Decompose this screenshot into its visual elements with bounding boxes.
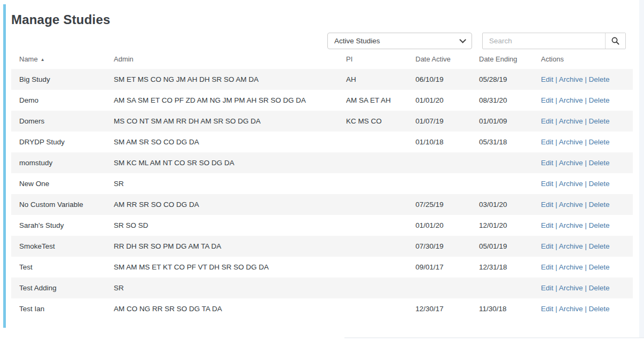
column-header-name[interactable]: Name▲ <box>19 55 114 63</box>
action-separator: | <box>553 180 559 188</box>
study-admins: SM AM SR SO CO DG DA <box>114 138 346 146</box>
action-separator: | <box>583 180 589 188</box>
delete-link[interactable]: Delete <box>589 75 610 83</box>
row-actions: Edit | Archive | Delete <box>541 305 633 313</box>
study-name: Test Adding <box>19 284 114 292</box>
column-header-date-ending[interactable]: Date Ending <box>479 55 541 63</box>
archive-link[interactable]: Archive <box>559 305 583 313</box>
edit-link[interactable]: Edit <box>541 75 553 83</box>
delete-link[interactable]: Delete <box>589 263 610 271</box>
column-header-date-active[interactable]: Date Active <box>415 55 479 63</box>
study-filter-value: Active Studies <box>334 37 459 45</box>
edit-link[interactable]: Edit <box>541 180 553 188</box>
archive-link[interactable]: Archive <box>559 96 583 104</box>
study-date-active: 07/25/19 <box>415 201 479 209</box>
archive-link[interactable]: Archive <box>559 284 583 292</box>
search-group <box>482 33 626 49</box>
left-accent-bar <box>3 4 6 328</box>
table-row: Domers MS CO NT SM AM RR DH AM SR SO DG … <box>11 111 633 132</box>
table-row: DRYDP Study SM AM SR SO CO DG DA 01/10/1… <box>11 132 633 152</box>
row-actions: Edit | Archive | Delete <box>541 180 633 188</box>
archive-link[interactable]: Archive <box>559 138 583 146</box>
delete-link[interactable]: Delete <box>589 159 610 167</box>
search-input[interactable] <box>483 33 605 49</box>
edit-link[interactable]: Edit <box>541 96 553 104</box>
study-admins: SR SO SD <box>114 221 346 229</box>
study-admins: AM SA SM ET CO PF ZD AM NG JM PM AH SR S… <box>114 96 346 104</box>
edit-link[interactable]: Edit <box>541 221 553 229</box>
edit-link[interactable]: Edit <box>541 117 553 125</box>
scrollbar-track[interactable] <box>639 0 644 339</box>
study-name: SmokeTest <box>19 242 114 250</box>
row-actions: Edit | Archive | Delete <box>541 221 633 229</box>
row-actions: Edit | Archive | Delete <box>541 117 633 125</box>
action-separator: | <box>553 263 559 271</box>
action-separator: | <box>583 305 589 313</box>
archive-link[interactable]: Archive <box>559 242 583 250</box>
row-actions: Edit | Archive | Delete <box>541 242 633 250</box>
delete-link[interactable]: Delete <box>589 242 610 250</box>
archive-link[interactable]: Archive <box>559 263 583 271</box>
action-separator: | <box>553 284 559 292</box>
delete-link[interactable]: Delete <box>589 117 610 125</box>
action-separator: | <box>553 75 559 83</box>
study-admins: MS CO NT SM AM RR DH AM SR SO DG DA <box>114 117 346 125</box>
action-separator: | <box>553 96 559 104</box>
study-name: Domers <box>19 117 114 125</box>
study-filter-dropdown[interactable]: Active Studies <box>327 33 472 49</box>
study-pi: KC MS CO <box>346 117 415 125</box>
archive-link[interactable]: Archive <box>559 201 583 209</box>
edit-link[interactable]: Edit <box>541 201 553 209</box>
table-row: No Custom Variable AM RR SR SO CO DG DA … <box>11 194 633 215</box>
action-separator: | <box>553 305 559 313</box>
edit-link[interactable]: Edit <box>541 263 553 271</box>
study-date-active: 06/10/19 <box>415 75 479 83</box>
study-name: Test Ian <box>19 305 114 313</box>
column-header-admin[interactable]: Admin <box>114 55 346 63</box>
archive-link[interactable]: Archive <box>559 221 583 229</box>
table-row: Sarah's Study SR SO SD 01/01/20 12/01/20… <box>11 215 633 236</box>
column-header-pi[interactable]: PI <box>346 55 415 63</box>
edit-link[interactable]: Edit <box>541 159 553 167</box>
archive-link[interactable]: Archive <box>559 117 583 125</box>
study-date-active: 07/30/19 <box>415 242 479 250</box>
study-date-active: 01/10/18 <box>415 138 479 146</box>
action-separator: | <box>553 221 559 229</box>
edit-link[interactable]: Edit <box>541 138 553 146</box>
edit-link[interactable]: Edit <box>541 242 553 250</box>
action-separator: | <box>583 263 589 271</box>
study-date-active: 01/01/20 <box>415 96 479 104</box>
study-date-ending: 01/01/09 <box>479 117 541 125</box>
edit-link[interactable]: Edit <box>541 284 553 292</box>
study-admins: SR <box>114 284 346 292</box>
action-separator: | <box>553 138 559 146</box>
row-actions: Edit | Archive | Delete <box>541 159 633 167</box>
study-date-ending: 05/01/19 <box>479 242 541 250</box>
study-date-active: 01/07/19 <box>415 117 479 125</box>
study-admins: SM ET MS CO NG JM AH DH SR SO AM DA <box>114 75 346 83</box>
table-row: Demo AM SA SM ET CO PF ZD AM NG JM PM AH… <box>11 90 633 111</box>
delete-link[interactable]: Delete <box>589 96 610 104</box>
table-body: Big Study SM ET MS CO NG JM AH DH SR SO … <box>11 69 633 319</box>
delete-link[interactable]: Delete <box>589 284 610 292</box>
delete-link[interactable]: Delete <box>589 221 610 229</box>
archive-link[interactable]: Archive <box>559 75 583 83</box>
study-name: Demo <box>19 96 114 104</box>
study-admins: AM CO NG RR SR SO DG TA DA <box>114 305 346 313</box>
action-separator: | <box>553 201 559 209</box>
archive-link[interactable]: Archive <box>559 180 583 188</box>
delete-link[interactable]: Delete <box>589 138 610 146</box>
delete-link[interactable]: Delete <box>589 180 610 188</box>
edit-link[interactable]: Edit <box>541 305 553 313</box>
study-name: DRYDP Study <box>19 138 114 146</box>
study-date-ending: 05/31/18 <box>479 138 541 146</box>
row-actions: Edit | Archive | Delete <box>541 263 633 271</box>
delete-link[interactable]: Delete <box>589 201 610 209</box>
row-actions: Edit | Archive | Delete <box>541 75 633 83</box>
delete-link[interactable]: Delete <box>589 305 610 313</box>
search-button[interactable] <box>605 33 625 49</box>
action-separator: | <box>583 96 589 104</box>
archive-link[interactable]: Archive <box>559 159 583 167</box>
action-separator: | <box>583 201 589 209</box>
study-name: Sarah's Study <box>19 221 114 229</box>
